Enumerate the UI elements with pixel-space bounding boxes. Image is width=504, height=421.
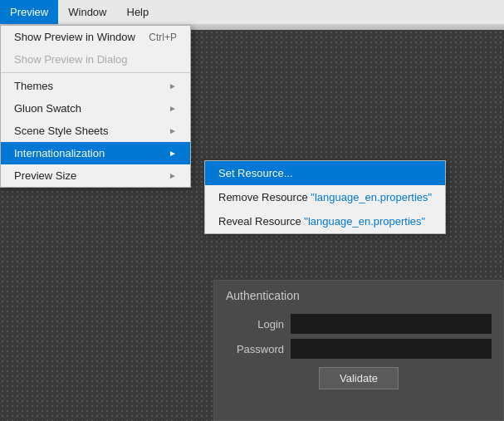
menubar-item-help[interactable]: Help: [117, 0, 159, 24]
reveal-resource-name: "language_en.properties": [304, 215, 425, 228]
login-field-row: Login: [226, 314, 492, 334]
login-label: Login: [226, 318, 284, 330]
menu-show-preview-window[interactable]: Show Preview in Window Ctrl+P: [1, 26, 190, 48]
password-input[interactable]: [291, 339, 492, 359]
internationalization-submenu: Set Resource... Remove Resource "languag…: [204, 160, 446, 234]
submenu-arrow-scene: ►: [169, 126, 177, 135]
auth-button-row: Validate: [214, 367, 503, 389]
auth-title: Authentication: [214, 281, 503, 309]
submenu-remove-resource[interactable]: Remove Resource "language_en.properties": [205, 185, 445, 209]
menu-gluon-swatch[interactable]: Gluon Swatch ►: [1, 97, 190, 120]
password-field-row: Password: [226, 339, 492, 359]
remove-resource-name: "language_en.properties": [311, 191, 432, 203]
menu-show-preview-dialog: Show Preview in Dialog: [1, 48, 190, 71]
submenu-arrow-themes: ►: [169, 81, 177, 91]
preview-dropdown: Show Preview in Window Ctrl+P Show Previ…: [0, 25, 191, 188]
menubar-item-window[interactable]: Window: [58, 0, 116, 24]
validate-button[interactable]: Validate: [319, 367, 399, 389]
submenu-arrow-intl: ►: [169, 149, 177, 158]
auth-panel: Authentication Login Password Validate: [213, 280, 504, 421]
menubar-item-preview[interactable]: Preview: [0, 0, 58, 24]
submenu-reveal-resource[interactable]: Reveal Resource "language_en.properties": [205, 209, 445, 233]
menubar: Preview Window Help: [0, 0, 504, 25]
menu-internationalization[interactable]: Internationalization ►: [1, 142, 190, 164]
menu-preview-size[interactable]: Preview Size ►: [1, 164, 190, 187]
separator: [1, 72, 190, 73]
password-label: Password: [226, 343, 284, 355]
submenu-set-resource[interactable]: Set Resource...: [205, 161, 445, 185]
menu-themes[interactable]: Themes ►: [1, 75, 190, 97]
menu-scene-style-sheets[interactable]: Scene Style Sheets ►: [1, 120, 190, 142]
login-input[interactable]: [291, 314, 492, 334]
submenu-arrow-size: ►: [169, 171, 177, 180]
submenu-arrow-gluon: ►: [169, 104, 177, 113]
